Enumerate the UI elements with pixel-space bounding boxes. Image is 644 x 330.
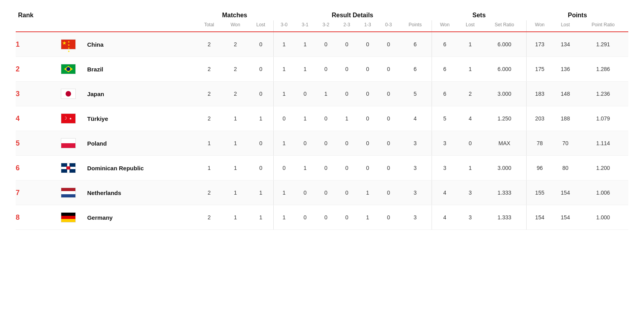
r30-cell: 1: [273, 57, 295, 82]
sets-lost-sub: Lost: [458, 20, 483, 31]
r30-cell: 1: [273, 131, 295, 156]
r32-cell: 0: [315, 57, 336, 82]
table-row: 2 Brazil 2 2 0 1 1 0 0 0 0 6 6 1 6.000 1…: [16, 57, 628, 82]
r23-cell: 0: [337, 82, 357, 106]
r30-cell: 1: [273, 82, 295, 106]
won-cell: 1: [222, 205, 248, 230]
sets-header: Sets: [432, 8, 527, 20]
r32-cell: 0: [315, 32, 336, 57]
pt-won-cell: 175: [527, 57, 553, 82]
r31-cell: 1: [295, 32, 315, 57]
sets-lost-cell: 1: [458, 57, 483, 82]
sets-won-cell: 6: [432, 82, 458, 106]
flag-cell: [52, 205, 85, 230]
pt-lost-cell: 154: [553, 180, 578, 205]
lost-cell: 1: [248, 106, 273, 131]
won-cell: 1: [222, 180, 248, 205]
flag-cell: [52, 180, 85, 205]
set-ratio-cell: 1.333: [483, 205, 527, 230]
total-cell: 2: [196, 32, 223, 57]
pt-lost-cell: 134: [553, 32, 578, 57]
rd-points-cell: 3: [399, 131, 432, 156]
sets-lost-cell: 4: [458, 106, 483, 131]
pt-lost-cell: 188: [553, 106, 578, 131]
result-details-header: Result Details: [273, 8, 432, 20]
r03-cell: 0: [378, 32, 399, 57]
rank-sub: [16, 20, 52, 31]
pt-ratio-cell: 1.236: [578, 82, 628, 106]
r13-cell: 0: [357, 82, 378, 106]
r23-cell: 0: [337, 57, 357, 82]
sets-won-cell: 3: [432, 131, 458, 156]
set-ratio-cell: 3.000: [483, 156, 527, 180]
r03-sub: 0-3: [378, 20, 399, 31]
r13-cell: 0: [357, 32, 378, 57]
table-row: 3 Japan 2 2 0 1 0 1 0 0 0 5 6 2 3.000 18…: [16, 82, 628, 106]
set-ratio-cell: 1.333: [483, 180, 527, 205]
sets-lost-cell: 1: [458, 32, 483, 57]
sets-lost-cell: 3: [458, 205, 483, 230]
r13-cell: 0: [357, 131, 378, 156]
team-name-cell: Netherlands: [85, 180, 196, 205]
rank-cell: 3: [16, 82, 52, 106]
r32-cell: 0: [315, 131, 336, 156]
r23-cell: 0: [337, 32, 357, 57]
team-name-cell: Japan: [85, 82, 196, 106]
teamname-spacer: [85, 8, 196, 20]
lost-cell: 0: [248, 32, 273, 57]
sets-won-cell: 6: [432, 32, 458, 57]
pt-ratio-cell: 1.079: [578, 106, 628, 131]
r23-sub: 2-3: [337, 20, 357, 31]
table-row: 8 Germany 2 1 1 1 0 0 0 1 0 3 4 3 1.333 …: [16, 205, 628, 230]
r03-cell: 0: [378, 106, 399, 131]
total-sub: Total: [196, 20, 223, 31]
flag-cell: ★ ★★★★: [52, 32, 85, 57]
r13-cell: 0: [357, 106, 378, 131]
teamname-sub: [85, 20, 196, 31]
set-ratio-cell: 6.000: [483, 57, 527, 82]
r30-sub: 3-0: [273, 20, 295, 31]
r32-cell: 1: [315, 82, 336, 106]
pt-won-cell: 154: [527, 205, 553, 230]
r03-cell: 0: [378, 131, 399, 156]
pt-lost-cell: 70: [553, 131, 578, 156]
standings-table: Rank Matches Result Details Sets Points …: [16, 8, 628, 230]
r03-cell: 0: [378, 156, 399, 180]
flag-cell: ☽ ★: [52, 106, 85, 131]
r13-sub: 1-3: [357, 20, 378, 31]
flag-cell: [52, 57, 85, 82]
sets-won-cell: 5: [432, 106, 458, 131]
r30-cell: 1: [273, 180, 295, 205]
r32-cell: 0: [315, 106, 336, 131]
rank-header: Rank: [16, 8, 52, 20]
points-header: Points: [527, 8, 628, 20]
r03-cell: 0: [378, 205, 399, 230]
r23-cell: 1: [337, 106, 357, 131]
rank-cell: 4: [16, 106, 52, 131]
team-name-cell: Dominican Republic: [85, 156, 196, 180]
rank-cell: 7: [16, 180, 52, 205]
lost-cell: 0: [248, 131, 273, 156]
r03-cell: 0: [378, 57, 399, 82]
pt-ratio-cell: 1.006: [578, 180, 628, 205]
sets-lost-cell: 3: [458, 180, 483, 205]
sets-won-cell: 4: [432, 180, 458, 205]
r13-cell: 0: [357, 57, 378, 82]
sets-won-cell: 4: [432, 205, 458, 230]
pt-ratio-cell: 1.000: [578, 205, 628, 230]
table-row: 7 Netherlands 2 1 1 1 0 0 0 1 0 3 4 3 1.…: [16, 180, 628, 205]
header-top-row: Rank Matches Result Details Sets Points: [16, 8, 628, 20]
set-ratio-cell: 3.000: [483, 82, 527, 106]
table-row: 6 Dominican Republic 1 1 0 0 1 0 0 0 0 3…: [16, 156, 628, 180]
total-cell: 2: [196, 82, 223, 106]
sets-won-sub: Won: [432, 20, 458, 31]
set-ratio-cell: MAX: [483, 131, 527, 156]
point-ratio-sub: Point Ratio: [578, 20, 628, 31]
total-cell: 2: [196, 106, 223, 131]
rank-cell: 5: [16, 131, 52, 156]
total-cell: 2: [196, 57, 223, 82]
team-name-cell: Brazil: [85, 57, 196, 82]
header-sub-row: Total Won Lost 3-0 3-1 3-2 2-3 1-3 0-3 P…: [16, 20, 628, 31]
r31-cell: 0: [295, 82, 315, 106]
r23-cell: 0: [337, 205, 357, 230]
